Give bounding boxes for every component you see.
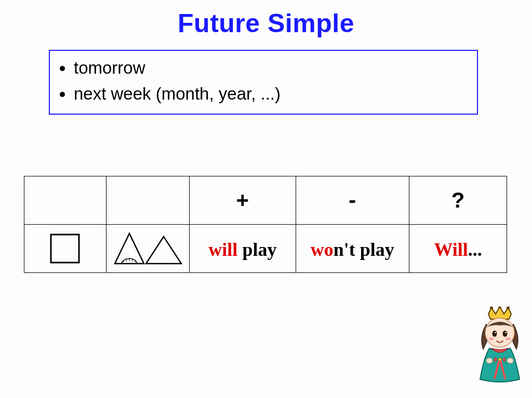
svg-line-5 (132, 258, 132, 262)
header-affirmative: + (190, 176, 296, 225)
tense-table: + - ? (24, 176, 507, 273)
svg-point-19 (486, 358, 493, 363)
cell-triangle-shapes (106, 225, 189, 273)
time-markers-box: tomorrow next week (month, year, ...) (49, 50, 478, 115)
princess-cartoon-icon (469, 307, 529, 385)
affirm-verb: play (237, 239, 276, 260)
question-aux: Will (434, 239, 468, 260)
cell-negative: won't play (296, 225, 409, 273)
svg-marker-7 (146, 237, 181, 264)
svg-rect-0 (51, 235, 79, 263)
svg-point-16 (489, 337, 494, 340)
triangles-icon (112, 231, 184, 266)
slide: Future Simple tomorrow next week (month,… (0, 0, 532, 398)
header-empty-2 (106, 176, 189, 225)
neg-aux: wo (311, 239, 334, 260)
svg-point-17 (506, 337, 511, 340)
cell-square-shape (24, 225, 107, 273)
header-negative: - (296, 176, 409, 225)
header-question: ? (409, 176, 507, 225)
question-rest: ... (468, 239, 482, 260)
svg-point-12 (493, 331, 497, 337)
svg-point-20 (507, 358, 513, 363)
table-header-row: + - ? (24, 176, 507, 225)
time-markers-list: tomorrow next week (month, year, ...) (60, 55, 467, 106)
svg-point-13 (503, 331, 508, 337)
header-empty-1 (24, 176, 107, 225)
slide-title: Future Simple (0, 8, 532, 38)
affirm-aux: will (208, 239, 237, 260)
svg-point-15 (505, 332, 507, 334)
list-item: next week (month, year, ...) (74, 81, 467, 107)
neg-rest: n't play (334, 239, 394, 260)
table-row: will play won't play Will... (24, 225, 507, 273)
square-icon (49, 232, 81, 265)
cell-affirmative: will play (190, 225, 296, 273)
cell-question: Will... (409, 225, 507, 273)
svg-point-14 (495, 332, 496, 334)
list-item: tomorrow (74, 55, 467, 81)
svg-line-3 (126, 258, 127, 262)
